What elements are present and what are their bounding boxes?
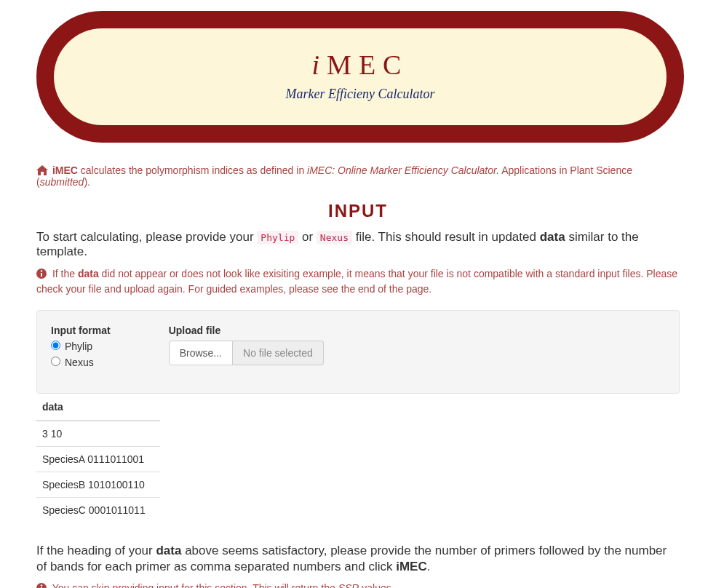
svg-rect-1 <box>41 273 42 277</box>
start-instructions: To start calculating, please provide you… <box>36 230 680 259</box>
radio-phylip[interactable]: Phylip <box>51 341 111 352</box>
browse-button[interactable]: Browse... <box>169 341 233 365</box>
upload-label: Upload file <box>169 325 324 336</box>
table-row: SpeciesA 0111011001 <box>36 447 160 472</box>
data-table-header: data <box>36 394 160 421</box>
primer-instructions: If the heading of your data above seems … <box>36 543 680 575</box>
svg-point-5 <box>41 584 42 586</box>
radio-nexus[interactable]: Nexus <box>51 357 111 368</box>
intro-text: iMEC calculates the polymorphism indices… <box>36 164 680 188</box>
radio-phylip-input[interactable] <box>51 341 60 350</box>
title-rest: MEC <box>327 49 408 80</box>
input-heading: INPUT <box>36 201 680 221</box>
input-format-group: Input format Phylip Nexus <box>51 325 111 373</box>
format-nexus-badge: Nexus <box>317 231 352 245</box>
radio-nexus-input[interactable] <box>51 357 60 366</box>
page-subtitle: Marker Efficieny Calculator <box>83 87 637 102</box>
info-icon <box>36 268 47 278</box>
intro-appname: iMEC <box>52 164 78 176</box>
input-form-well: Input format Phylip Nexus Upload file Br… <box>36 310 680 394</box>
compat-alert: If the data did not appear or does not l… <box>36 266 680 297</box>
table-row: SpeciesB 1010100110 <box>36 472 160 498</box>
page-title: iMEC <box>83 49 637 81</box>
upload-group: Upload file Browse... No file selected <box>169 325 324 373</box>
format-label: Input format <box>51 325 111 336</box>
data-preview-table: data 3 10 SpeciesA 0111011001 SpeciesB 1… <box>36 394 160 523</box>
svg-point-2 <box>41 270 42 271</box>
header-banner: iMEC Marker Efficieny Calculator <box>36 11 684 143</box>
intro-citation: iMEC: Online Marker Efficiency Calculato… <box>307 164 499 176</box>
skip-alert: You can skip providing input for this se… <box>36 582 680 588</box>
info-icon <box>36 583 47 588</box>
home-icon <box>36 165 48 175</box>
file-selected-display: No file selected <box>233 341 324 365</box>
format-phylip-badge: Phylip <box>257 231 298 245</box>
table-row: 3 10 <box>36 421 160 447</box>
table-row: SpeciesC 0001011011 <box>36 498 160 523</box>
title-prefix: i <box>312 49 327 80</box>
header-inner: iMEC Marker Efficieny Calculator <box>54 28 667 125</box>
